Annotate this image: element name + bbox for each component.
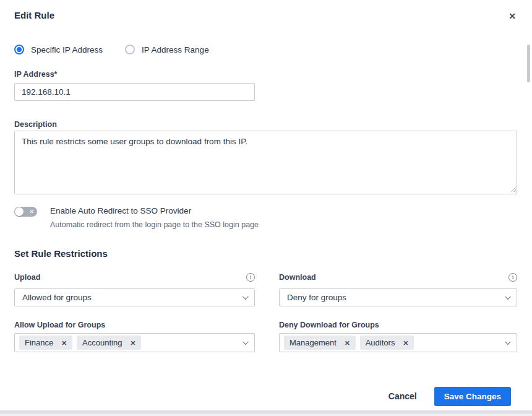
- chevron-down-icon: [505, 339, 511, 345]
- group-tag-label: Management: [290, 338, 337, 347]
- sso-toggle-switch[interactable]: ✕: [14, 207, 37, 217]
- deny-groups-multiselect[interactable]: Management ✕ Auditors ✕: [279, 333, 517, 352]
- remove-tag-icon[interactable]: ✕: [345, 340, 350, 346]
- group-tag-label: Auditors: [366, 338, 395, 347]
- group-tag: Management ✕: [284, 336, 356, 350]
- description-textarea[interactable]: This rule restricts some user groups to …: [14, 131, 517, 194]
- group-tag-label: Accounting: [82, 338, 122, 347]
- remove-tag-icon[interactable]: ✕: [403, 340, 408, 346]
- radio-selected-icon[interactable]: [14, 45, 24, 54]
- group-tag: Accounting ✕: [77, 336, 141, 350]
- download-info-icon[interactable]: i: [508, 273, 517, 282]
- ip-address-input[interactable]: [14, 83, 255, 101]
- sso-toggle-row: ✕ Enable Auto Redirect to SSO Provider A…: [14, 206, 518, 229]
- save-changes-button[interactable]: Save Changes: [434, 387, 511, 406]
- allow-groups-multiselect[interactable]: Finance ✕ Accounting ✕: [14, 333, 255, 352]
- edit-rule-modal: Edit Rule Specific IP Address IP Address…: [0, 0, 532, 410]
- toggle-knob: [15, 207, 24, 216]
- remove-tag-icon[interactable]: ✕: [61, 340, 67, 346]
- modal-footer: Cancel Save Changes: [0, 382, 532, 410]
- remove-tag-icon[interactable]: ✕: [130, 340, 135, 346]
- download-select-value: Deny for groups: [287, 293, 505, 302]
- toggle-off-x-icon: ✕: [29, 207, 34, 216]
- scrollbar-thumb[interactable]: [527, 45, 530, 82]
- radio-ip-range-label: IP Address Range: [142, 45, 209, 54]
- deny-groups-label: Deny Download for Groups: [279, 321, 379, 329]
- radio-ip-range[interactable]: IP Address Range: [125, 45, 209, 54]
- group-tag-label: Finance: [25, 338, 53, 347]
- ip-type-radio-group: Specific IP Address IP Address Range: [14, 45, 518, 54]
- page-background-strip: [0, 410, 532, 416]
- upload-label: Upload: [14, 273, 40, 282]
- ip-address-label: IP Address*: [14, 70, 518, 79]
- download-select[interactable]: Deny for groups: [279, 288, 517, 306]
- group-tag: Finance ✕: [19, 336, 72, 350]
- upload-select-value: Allowed for groups: [22, 293, 242, 302]
- radio-specific-ip[interactable]: Specific IP Address: [14, 45, 103, 54]
- allow-groups-label: Allow Upload for Groups: [14, 321, 105, 329]
- restrictions-heading: Set Rule Restrictions: [14, 248, 518, 259]
- description-label: Description: [14, 120, 518, 129]
- chevron-down-icon: [242, 293, 249, 300]
- sso-toggle-label: Enable Auto Redirect to SSO Provider: [50, 206, 259, 215]
- sso-toggle-sublabel: Automatic redirect from the login page t…: [50, 220, 259, 229]
- download-label: Download: [279, 273, 316, 282]
- radio-unselected-icon[interactable]: [125, 45, 135, 54]
- modal-title: Edit Rule: [14, 0, 518, 20]
- upload-info-icon[interactable]: i: [246, 273, 255, 282]
- upload-select[interactable]: Allowed for groups: [14, 288, 255, 306]
- clipped-toggle-row: [14, 362, 518, 362]
- chevron-down-icon: [242, 339, 249, 345]
- cancel-button[interactable]: Cancel: [386, 388, 419, 405]
- group-tag: Auditors ✕: [360, 336, 414, 350]
- radio-specific-ip-label: Specific IP Address: [31, 45, 103, 54]
- chevron-down-icon: [505, 293, 511, 300]
- modal-scroll-area[interactable]: Edit Rule Specific IP Address IP Address…: [0, 0, 532, 362]
- close-icon[interactable]: ✕: [507, 11, 518, 22]
